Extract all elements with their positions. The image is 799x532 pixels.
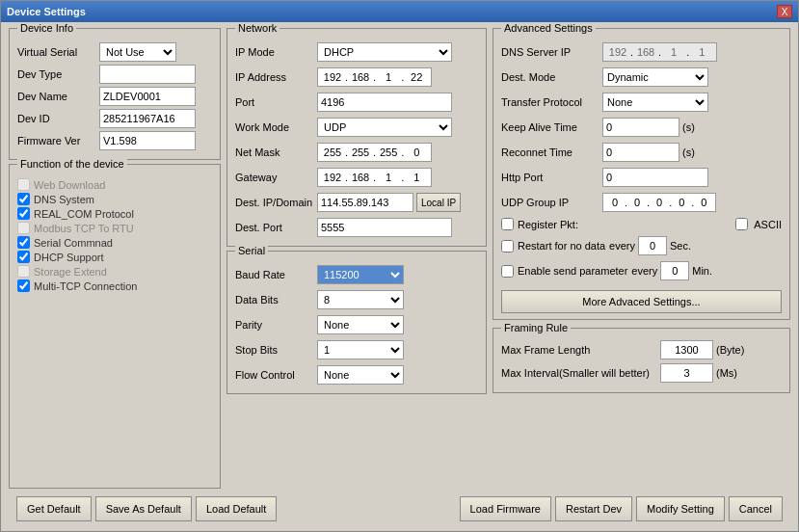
enable-every-label: every	[631, 265, 657, 277]
dev-type-label: Dev Type	[17, 68, 99, 80]
reconnet-label: Reconnet Time	[501, 146, 602, 158]
register-pkt-checkbox[interactable]	[501, 218, 514, 230]
net-mask-input[interactable]: . . .	[317, 143, 432, 162]
data-bits-select[interactable]: 8 5 6 7	[317, 290, 404, 309]
dev-id-input[interactable]	[99, 109, 196, 128]
gw-octet-3[interactable]	[376, 172, 401, 183]
save-as-default-button[interactable]: Save As Default	[95, 496, 192, 521]
enable-send-checkbox[interactable]	[501, 265, 514, 278]
function-title: Function of the device	[17, 158, 127, 170]
dest-mode-select[interactable]: Dynamic Fixed	[602, 67, 708, 87]
get-default-button[interactable]: Get Default	[16, 496, 92, 521]
ip-octet-4[interactable]	[404, 71, 429, 83]
udp-group-label: UDP Group IP	[501, 197, 602, 208]
gateway-row: Gateway . . .	[235, 168, 478, 187]
port-input[interactable]	[317, 93, 452, 112]
flow-control-label: Flow Control	[235, 369, 317, 381]
register-pkt-label: Register Pkt:	[518, 219, 578, 230]
reconnet-input[interactable]	[602, 143, 679, 162]
max-frame-input[interactable]	[660, 340, 713, 359]
mask-octet-3[interactable]	[376, 146, 401, 158]
ip-mode-select[interactable]: DHCP Static	[317, 42, 452, 62]
ip-octet-2[interactable]	[348, 71, 373, 83]
baud-rate-select[interactable]: 115200 9600 19200 38400 57600	[317, 265, 404, 284]
dns-server-input[interactable]: . . .	[602, 42, 717, 62]
load-default-button[interactable]: Load Default	[196, 496, 277, 521]
restart-no-data-checkbox[interactable]	[501, 240, 514, 253]
ip-address-input[interactable]: . . .	[317, 67, 432, 87]
dest-ip-label: Dest. IP/Domain	[235, 197, 317, 208]
dev-id-label: Dev ID	[17, 113, 99, 124]
cancel-button[interactable]: Cancel	[729, 496, 783, 521]
max-frame-row: Max Frame Length (Byte)	[501, 340, 782, 359]
mask-octet-2[interactable]	[348, 146, 373, 158]
gateway-input[interactable]: . . .	[317, 168, 432, 187]
udp-octet-1[interactable]	[605, 197, 625, 208]
ascii-checkbox[interactable]	[735, 218, 748, 230]
reconnet-unit: (s)	[682, 146, 695, 158]
keep-alive-input[interactable]	[602, 118, 679, 137]
virtual-serial-select[interactable]: Not Use	[99, 42, 176, 62]
dhcp-support-label: DHCP Support	[34, 252, 104, 263]
work-mode-select[interactable]: UDP TCP Client TCP Server	[317, 118, 452, 137]
mask-octet-1[interactable]	[320, 146, 345, 158]
multi-tcp-checkbox[interactable]	[17, 279, 30, 292]
flow-control-select[interactable]: None RTS/CTS XON/XOFF	[317, 365, 404, 385]
udp-octet-5[interactable]	[694, 197, 713, 208]
udp-octet-3[interactable]	[650, 197, 669, 208]
firmware-ver-input[interactable]	[99, 131, 196, 150]
storage-extend-checkbox[interactable]	[17, 265, 30, 278]
local-ip-button[interactable]: Local IP	[416, 193, 461, 212]
modbus-tcp-checkbox[interactable]	[17, 222, 30, 234]
keep-alive-label: Keep Alive Time	[501, 121, 602, 133]
transfer-protocol-label: Transfer Protocol	[501, 96, 602, 108]
register-pkt-row: Register Pkt: ASCII	[501, 218, 782, 230]
flow-control-row: Flow Control None RTS/CTS XON/XOFF	[235, 365, 478, 385]
dns-octet-4[interactable]	[689, 46, 714, 58]
dest-port-label: Dest. Port	[235, 222, 317, 233]
http-port-input[interactable]	[602, 168, 708, 187]
dns-system-checkbox[interactable]	[17, 193, 30, 205]
modify-setting-button[interactable]: Modify Setting	[636, 496, 725, 521]
keep-alive-unit: (s)	[682, 121, 695, 133]
mask-octet-4[interactable]	[404, 146, 429, 158]
udp-octet-4[interactable]	[672, 197, 691, 208]
ip-octet-1[interactable]	[320, 71, 345, 83]
ip-mode-row: IP Mode DHCP Static	[235, 42, 478, 62]
transfer-protocol-row: Transfer Protocol None Modbus	[501, 93, 782, 112]
serial-cmd-checkbox[interactable]	[17, 236, 30, 249]
dest-ip-input[interactable]	[317, 193, 413, 212]
stop-bits-select[interactable]: 1 1.5 2	[317, 340, 404, 359]
dns-octet-2[interactable]	[633, 46, 658, 58]
gw-octet-4[interactable]	[404, 172, 429, 183]
web-download-checkbox[interactable]	[17, 178, 30, 191]
real-com-checkbox[interactable]	[17, 207, 30, 220]
restart-every-input[interactable]	[638, 236, 667, 255]
work-mode-label: Work Mode	[235, 121, 317, 133]
dest-ip-row: Dest. IP/Domain Local IP	[235, 193, 478, 212]
ip-octet-3[interactable]	[376, 71, 401, 83]
dhcp-support-checkbox[interactable]	[17, 251, 30, 263]
dns-octet-3[interactable]	[661, 46, 686, 58]
dev-type-input[interactable]	[99, 65, 196, 84]
device-settings-window: Device Settings X Device Info Virtual Se…	[0, 0, 799, 532]
framing-rule-title: Framing Rule	[501, 322, 571, 333]
restart-dev-button[interactable]: Restart Dev	[555, 496, 632, 521]
dns-server-label: DNS Server IP	[501, 46, 602, 58]
udp-group-input[interactable]: . . . .	[602, 193, 716, 212]
gw-octet-2[interactable]	[348, 172, 373, 183]
udp-octet-2[interactable]	[627, 197, 647, 208]
parity-select[interactable]: None Odd Even Mark Space	[317, 315, 404, 334]
more-settings-button[interactable]: More Advaced Settings...	[501, 290, 782, 313]
serial-group: Serial Baud Rate 115200 9600 19200 38400…	[226, 251, 487, 394]
baud-rate-row: Baud Rate 115200 9600 19200 38400 57600	[235, 265, 478, 284]
dev-name-input[interactable]	[99, 87, 196, 106]
transfer-protocol-select[interactable]: None Modbus	[602, 93, 708, 112]
enable-every-input[interactable]	[660, 261, 689, 280]
max-interval-input[interactable]	[660, 363, 713, 383]
close-button[interactable]: X	[777, 5, 792, 18]
load-firmware-button[interactable]: Load Firmware	[460, 496, 551, 521]
dns-octet-1[interactable]	[605, 46, 630, 58]
gw-octet-1[interactable]	[320, 172, 345, 183]
dest-port-input[interactable]	[317, 218, 452, 237]
